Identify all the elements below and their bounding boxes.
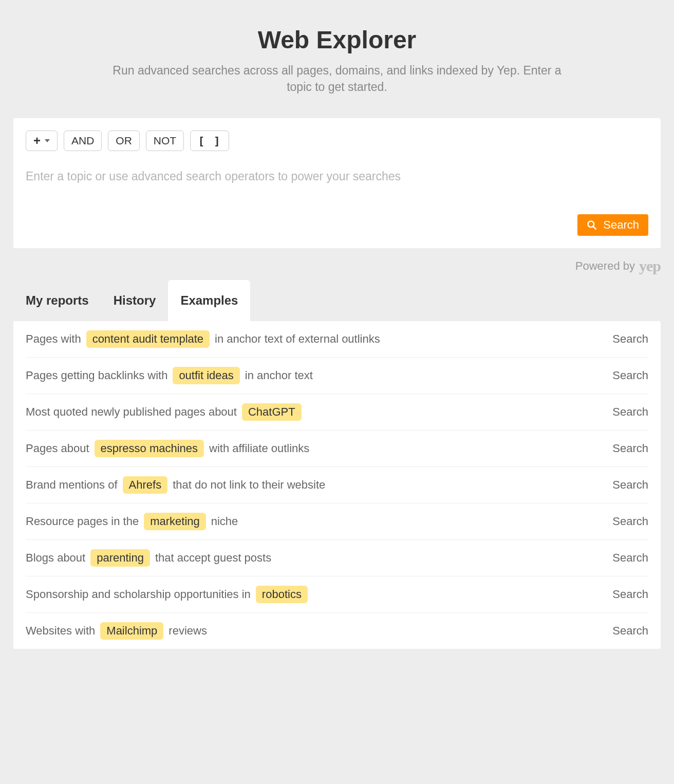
svg-line-1 bbox=[593, 227, 596, 230]
brackets-operator-button[interactable]: [ ] bbox=[190, 130, 229, 151]
add-operator-button[interactable]: + bbox=[26, 130, 58, 151]
yep-logo: yep bbox=[639, 257, 661, 275]
example-text: Resource pages in the marketing niche bbox=[26, 513, 238, 530]
svg-point-0 bbox=[588, 221, 594, 228]
example-pre: Pages about bbox=[26, 442, 89, 455]
example-chip: marketing bbox=[144, 513, 206, 530]
search-button[interactable]: Search bbox=[577, 214, 648, 236]
example-pre: Most quoted newly published pages about bbox=[26, 405, 237, 419]
example-chip: espresso machines bbox=[95, 440, 204, 457]
example-text: Pages getting backlinks with outfit idea… bbox=[26, 367, 313, 384]
example-row: Websites with Mailchimp reviews Search bbox=[26, 613, 648, 649]
operator-row: + AND OR NOT [ ] bbox=[26, 130, 648, 151]
example-post: in anchor text bbox=[245, 369, 313, 382]
tab-my-reports[interactable]: My reports bbox=[13, 280, 101, 321]
example-row: Most quoted newly published pages about … bbox=[26, 394, 648, 431]
powered-by-label: Powered by bbox=[575, 259, 635, 273]
example-post: that accept guest posts bbox=[155, 551, 271, 565]
search-icon bbox=[587, 220, 597, 230]
search-panel: + AND OR NOT [ ] Search bbox=[13, 118, 661, 248]
examples-panel: Pages with content audit template in anc… bbox=[13, 321, 661, 649]
search-button-label: Search bbox=[603, 218, 639, 232]
example-pre: Websites with bbox=[26, 624, 95, 638]
and-operator-button[interactable]: AND bbox=[64, 130, 102, 151]
example-text: Brand mentions of Ahrefs that do not lin… bbox=[26, 476, 325, 494]
powered-by: Powered by yep bbox=[13, 257, 661, 275]
example-post: in anchor text of external outlinks bbox=[215, 332, 380, 346]
example-pre: Resource pages in the bbox=[26, 515, 139, 528]
example-post: niche bbox=[211, 515, 238, 528]
example-pre: Blogs about bbox=[26, 551, 85, 565]
example-search-link[interactable]: Search bbox=[612, 551, 648, 565]
example-row: Brand mentions of Ahrefs that do not lin… bbox=[26, 467, 648, 503]
tabs: My reports History Examples bbox=[13, 280, 661, 321]
example-search-link[interactable]: Search bbox=[612, 369, 648, 382]
example-post: reviews bbox=[168, 624, 207, 638]
example-pre: Brand mentions of bbox=[26, 478, 118, 492]
example-pre: Pages with bbox=[26, 332, 81, 346]
tab-examples[interactable]: Examples bbox=[168, 280, 250, 321]
plus-icon: + bbox=[33, 135, 41, 147]
example-search-link[interactable]: Search bbox=[612, 624, 648, 638]
page-title: Web Explorer bbox=[13, 26, 661, 54]
page-header: Web Explorer Run advanced searches acros… bbox=[13, 26, 661, 95]
example-text: Blogs about parenting that accept guest … bbox=[26, 549, 271, 567]
example-chip: Mailchimp bbox=[100, 622, 163, 640]
example-search-link[interactable]: Search bbox=[612, 478, 648, 492]
example-chip: ChatGPT bbox=[242, 403, 302, 421]
example-chip: Ahrefs bbox=[123, 476, 168, 494]
example-search-link[interactable]: Search bbox=[612, 405, 648, 419]
example-row: Resource pages in the marketing niche Se… bbox=[26, 503, 648, 540]
example-chip: outfit ideas bbox=[173, 367, 239, 384]
example-text: Pages about espresso machines with affil… bbox=[26, 440, 309, 457]
example-row: Pages about espresso machines with affil… bbox=[26, 431, 648, 467]
example-text: Websites with Mailchimp reviews bbox=[26, 622, 207, 640]
example-pre: Sponsorship and scholarship opportunitie… bbox=[26, 588, 251, 601]
example-row: Sponsorship and scholarship opportunitie… bbox=[26, 576, 648, 613]
example-post: that do not link to their website bbox=[173, 478, 325, 492]
chevron-down-icon bbox=[45, 139, 50, 142]
example-search-link[interactable]: Search bbox=[612, 515, 648, 528]
example-row: Pages with content audit template in anc… bbox=[26, 321, 648, 358]
not-operator-button[interactable]: NOT bbox=[146, 130, 184, 151]
example-row: Blogs about parenting that accept guest … bbox=[26, 540, 648, 576]
search-actions: Search bbox=[26, 214, 648, 236]
example-search-link[interactable]: Search bbox=[612, 588, 648, 601]
example-row: Pages getting backlinks with outfit idea… bbox=[26, 358, 648, 394]
example-pre: Pages getting backlinks with bbox=[26, 369, 167, 382]
or-operator-button[interactable]: OR bbox=[108, 130, 140, 151]
example-chip: content audit template bbox=[86, 330, 210, 348]
tab-history[interactable]: History bbox=[101, 280, 168, 321]
example-chip: parenting bbox=[90, 549, 150, 567]
page-subtitle: Run advanced searches across all pages, … bbox=[101, 62, 573, 95]
search-input[interactable] bbox=[26, 170, 648, 183]
example-text: Sponsorship and scholarship opportunitie… bbox=[26, 586, 313, 603]
example-search-link[interactable]: Search bbox=[612, 442, 648, 455]
example-post: with affiliate outlinks bbox=[209, 442, 309, 455]
example-search-link[interactable]: Search bbox=[612, 332, 648, 346]
example-text: Pages with content audit template in anc… bbox=[26, 330, 380, 348]
example-chip: robotics bbox=[256, 586, 308, 603]
example-text: Most quoted newly published pages about … bbox=[26, 403, 307, 421]
